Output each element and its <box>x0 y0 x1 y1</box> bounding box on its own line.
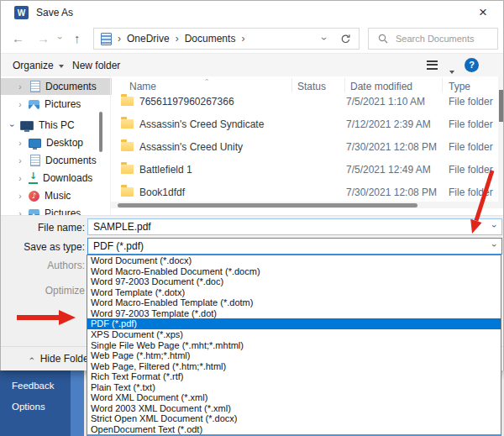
table-row[interactable]: Assassin's Creed Syndicate7/12/2021 2:39… <box>111 113 497 135</box>
backstage-feedback-item[interactable]: Feedback <box>12 381 55 391</box>
back-button[interactable]: ← <box>12 30 24 47</box>
chevron-collapsed-icon[interactable]: › <box>16 192 24 201</box>
dropdown-option[interactable]: Word 97-2003 Document (*.doc) <box>87 276 501 287</box>
dropdown-option[interactable]: Word Template (*.dotx) <box>87 287 501 298</box>
row-name: Assassin's Creed Unity <box>139 141 243 153</box>
sidebar-item-this-pc[interactable]: ›This PC <box>1 117 103 134</box>
chevron-collapsed-icon[interactable]: › <box>16 209 24 216</box>
chevron-collapsed-icon[interactable]: › <box>16 100 24 109</box>
sidebar-item-label: Downloads <box>43 172 92 184</box>
save-as-type-label: Save as type: <box>5 241 85 253</box>
row-type: File folder <box>449 141 493 153</box>
sidebar-item-documents[interactable]: ›Documents <box>1 152 112 169</box>
chevron-collapsed-icon[interactable]: › <box>16 139 24 148</box>
search-box[interactable]: Search Documents <box>368 28 498 50</box>
recent-locations-dropdown-icon[interactable]: › <box>55 36 66 39</box>
dropdown-option[interactable]: Word XML Document (*.xml) <box>87 392 501 403</box>
dropdown-option[interactable]: Web Page, Filtered (*.htm;*.html) <box>87 360 501 371</box>
vertical-scrollbar-thumb[interactable] <box>499 90 503 122</box>
search-icon <box>378 34 388 44</box>
address-bar[interactable]: › OneDrive › Documents › › <box>93 28 360 50</box>
sidebar-item-desktop[interactable]: ›Desktop <box>1 134 112 151</box>
forward-button[interactable]: → <box>37 30 50 47</box>
breadcrumb-separator: › <box>176 33 179 45</box>
dropdown-option[interactable]: Word 97-2003 Template (*.dot) <box>87 308 501 319</box>
pictures-icon <box>29 100 39 109</box>
dropdown-option[interactable]: Web Page (*.htm;*.html) <box>87 350 501 361</box>
row-type: File folder <box>449 164 493 176</box>
dropdown-option[interactable]: Word 2003 XML Document (*.xml) <box>87 402 501 413</box>
backstage-accent-strip <box>71 370 84 436</box>
navigation-pane: ›Documents›Pictures›This PC›Desktop›Docu… <box>1 76 109 215</box>
backstage-options-item[interactable]: Options <box>12 402 45 412</box>
help-button[interactable]: ? <box>465 58 479 72</box>
folder-icon <box>121 119 134 129</box>
search-placeholder: Search Documents <box>396 34 475 44</box>
organize-menu[interactable]: Organize <box>13 60 64 71</box>
chevron-down-icon[interactable]: › <box>490 244 500 247</box>
optimize-label: Optimize <box>5 285 85 297</box>
refresh-icon[interactable] <box>340 34 351 45</box>
dropdown-option[interactable]: OpenDocument Text (*.odt) <box>87 424 501 435</box>
table-row[interactable]: 765611979602673667/5/2021 1:10 AMFile fo… <box>111 90 497 113</box>
close-icon[interactable]: × <box>475 4 491 21</box>
address-dropdown-icon[interactable]: › <box>318 34 330 44</box>
sidebar-item-label: Pictures <box>45 207 81 215</box>
documents-icon <box>30 81 40 92</box>
row-date-modified: 7/5/2021 12:49 AM <box>346 164 431 176</box>
sidebar-item-music[interactable]: ›Music <box>1 187 112 204</box>
sidebar-item-pictures[interactable]: ›Pictures <box>1 96 112 113</box>
screenshot-root: Feedback Options W Save As × ← → › ↑ › O… <box>0 0 504 436</box>
chevron-expanded-icon[interactable]: › <box>8 121 17 129</box>
dropdown-option[interactable]: Word Macro-Enabled Document (*.docm) <box>87 266 501 277</box>
browse-area: ›Documents›Pictures›This PC›Desktop›Docu… <box>1 76 503 215</box>
horizontal-scrollbar[interactable] <box>111 202 498 208</box>
sidebar-item-downloads[interactable]: ›Downloads <box>1 170 112 186</box>
this-pc-icon <box>20 121 34 130</box>
sidebar-item-label: Documents <box>45 81 97 92</box>
location-documents-icon <box>101 33 112 45</box>
chevron-down-icon[interactable]: › <box>490 224 500 228</box>
dropdown-option[interactable]: Word Macro-Enabled Template (*.dotm) <box>87 297 501 308</box>
change-view-icon[interactable] <box>427 60 438 70</box>
breadcrumb-documents[interactable]: Documents <box>185 33 236 45</box>
dropdown-option-selected[interactable]: PDF (*.pdf) <box>87 318 501 329</box>
breadcrumb-onedrive[interactable]: OneDrive <box>127 33 170 45</box>
up-one-level-button[interactable]: ↑ <box>74 30 81 47</box>
pictures-icon <box>29 209 39 216</box>
sidebar-item-label: Documents <box>45 155 97 166</box>
save-type-dropdown-list: Word Document (*.docx)Word Macro-Enabled… <box>87 255 501 436</box>
sidebar-item-label: Music <box>45 190 71 202</box>
music-icon <box>29 191 39 202</box>
row-name: 76561197960267366 <box>139 96 234 108</box>
dropdown-option[interactable]: Single File Web Page (*.mht;*.mhtml) <box>87 339 501 350</box>
horizontal-scrollbar-thumb[interactable] <box>118 203 417 207</box>
dropdown-option[interactable]: XPS Document (*.xps) <box>87 329 501 340</box>
save-as-type-select[interactable]: PDF (*.pdf) › <box>87 238 502 255</box>
documents-icon <box>30 155 40 166</box>
file-name-input[interactable]: SAMPLE.pdf › <box>87 218 502 235</box>
sidebar-item-label: Pictures <box>45 98 81 110</box>
downloads-icon <box>29 172 38 184</box>
dropdown-option[interactable]: Word Document (*.docx) <box>87 255 501 266</box>
row-date-modified: 7/30/2021 12:08 PM <box>346 186 437 198</box>
dropdown-option[interactable]: Plain Text (*.txt) <box>87 381 501 392</box>
row-type: File folder <box>449 96 493 108</box>
table-row[interactable]: Assassin's Creed Unity7/30/2021 12:08 PM… <box>111 135 497 158</box>
chevron-collapsed-icon[interactable]: › <box>16 82 24 92</box>
sidebar-item-pictures[interactable]: ›Pictures <box>1 205 112 215</box>
new-folder-button[interactable]: New folder <box>72 60 120 71</box>
table-row[interactable]: Book1dfdf7/30/2021 12:08 PMFile folder <box>111 181 497 203</box>
navigation-bar: ← → › ↑ › OneDrive › Documents › › <box>1 24 503 53</box>
dropdown-option[interactable]: Rich Text Format (*.rtf) <box>87 371 501 382</box>
sidebar-item-label: This PC <box>39 119 75 131</box>
table-row[interactable]: Battlefield 17/5/2021 12:49 AMFile folde… <box>111 158 497 181</box>
file-list: Name › Status Date modified Type 7656119… <box>110 76 503 215</box>
chevron-collapsed-icon[interactable]: › <box>16 174 24 183</box>
vertical-scrollbar[interactable] <box>498 76 503 208</box>
chevron-collapsed-icon[interactable]: › <box>16 156 24 165</box>
row-date-modified: 7/5/2021 1:10 AM <box>346 96 425 108</box>
sidebar-item-documents[interactable]: ›Documents <box>1 78 112 95</box>
file-name-label: File name: <box>5 222 85 234</box>
dropdown-option[interactable]: Strict Open XML Document (*.docx) <box>87 413 501 424</box>
